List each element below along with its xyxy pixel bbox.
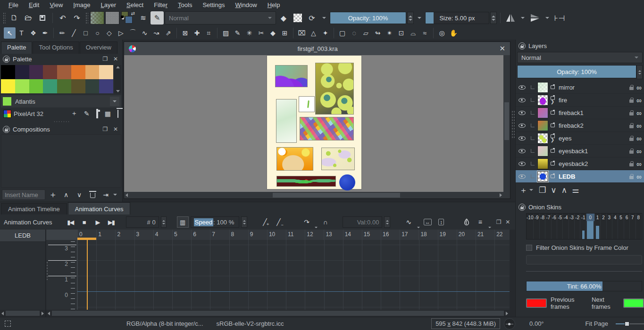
tab-palette[interactable]: Palette <box>1 41 32 54</box>
canvas-horizontal-scrollbar[interactable] <box>124 192 503 198</box>
select-shapes-tool[interactable]: ↖ <box>4 27 16 39</box>
tab-overview[interactable]: Overview <box>80 41 117 54</box>
chevron-down-icon[interactable] <box>488 227 491 228</box>
frame-number[interactable]: 9 <box>248 230 267 240</box>
frame-number[interactable]: 7 <box>210 230 229 240</box>
onion-frame-5[interactable]: 5 <box>618 214 624 239</box>
palette-scrollbar[interactable] <box>114 65 121 93</box>
visibility-cell[interactable] <box>516 174 528 179</box>
line-tool[interactable]: ╱ <box>68 27 80 39</box>
palette-swatch[interactable] <box>99 79 113 93</box>
move-tool[interactable]: ✚ <box>191 27 203 39</box>
visibility-cell[interactable] <box>516 162 528 166</box>
layer-row-fireback2[interactable]: fireback2∞ <box>516 119 644 132</box>
size-spinner[interactable] <box>490 12 497 24</box>
layer-lock-icon[interactable] <box>626 98 636 103</box>
onion-frame--1[interactable]: -1 <box>580 214 586 239</box>
layer-row-mirror[interactable]: mirror∞ <box>516 81 644 94</box>
visibility-cell[interactable] <box>516 149 528 153</box>
chevron-down-icon[interactable] <box>315 227 318 228</box>
edit-shapes-tool[interactable]: ❖ <box>27 27 39 39</box>
alpha-lock-icon[interactable]: ∞ <box>636 83 644 91</box>
size-slider[interactable]: Size: 5.00 px <box>425 12 489 24</box>
menu-layer[interactable]: Layer <box>96 1 121 9</box>
menu-filter[interactable]: Filter <box>149 1 172 9</box>
palette-swatch[interactable] <box>71 79 85 93</box>
alpha-lock-icon[interactable]: ∞ <box>636 173 644 181</box>
frame-number[interactable]: 17 <box>400 230 418 240</box>
close-docker-icon[interactable]: ✕ <box>504 219 511 225</box>
alpha-lock-icon[interactable]: ∞ <box>636 134 644 142</box>
visibility-cell[interactable] <box>516 124 528 128</box>
onion-frame--10[interactable]: -10 <box>527 214 534 239</box>
gradient-tool[interactable]: ▨ <box>220 27 232 39</box>
palette-swatch[interactable] <box>43 65 57 79</box>
onion-frame-1[interactable]: 1 <box>595 214 601 239</box>
freehand-brush-tool[interactable]: ✏ <box>56 27 68 39</box>
similar-select-tool[interactable]: ⊡ <box>395 27 407 39</box>
menu-help[interactable]: Help <box>263 1 285 9</box>
palette-group-row[interactable]: Atlantis <box>1 95 121 107</box>
alpha-lock-icon[interactable]: ∞ <box>636 122 644 130</box>
frame-number[interactable]: 12 <box>305 230 324 240</box>
frame-spinner[interactable] <box>161 216 167 228</box>
wrap-around-mode-icon[interactable]: ⊦⊣ <box>553 11 566 25</box>
duplicate-layer-icon[interactable]: ❐ <box>539 185 546 195</box>
close-docker-icon[interactable]: ✕ <box>112 126 119 132</box>
stop-icon[interactable]: ■ <box>78 216 90 228</box>
canvas[interactable] <box>124 55 510 198</box>
canvas-rotation-widget[interactable] <box>504 318 515 330</box>
polyline-tool[interactable]: ▷ <box>115 27 127 39</box>
blending-mode-combo[interactable]: Normal <box>165 11 276 25</box>
palette-swatch[interactable] <box>85 65 100 79</box>
onion-frame-4[interactable]: 4 <box>612 214 618 239</box>
polygon-select-tool[interactable]: ▱ <box>360 27 372 39</box>
brush-presets-icon[interactable]: ≋ <box>136 11 150 25</box>
opacity-spinner[interactable] <box>407 12 414 24</box>
menu-view[interactable]: View <box>45 1 67 9</box>
alpha-lock-icon[interactable]: ∞ <box>636 147 644 155</box>
undo-icon[interactable]: ↶ <box>56 11 69 25</box>
ellipse-tool[interactable]: ○ <box>92 27 103 39</box>
layer-lock-icon[interactable] <box>626 136 636 141</box>
onion-skin-frames-strip[interactable]: -10-9-8-7-6-5-4-3-2-1012345678 <box>526 213 642 239</box>
compositions-list[interactable] <box>1 134 121 188</box>
value-spinbox[interactable]: Val:0.00 <box>343 216 383 228</box>
pan-tool[interactable]: ✋ <box>448 27 460 39</box>
chevron-down-icon[interactable] <box>417 227 420 228</box>
palette-swatch[interactable] <box>43 79 57 93</box>
onion-frame-0[interactable]: 0 <box>586 214 595 239</box>
add-keyframe-icon[interactable]: ╱＋ <box>259 216 271 228</box>
layer-opacity-slider[interactable]: Opacity: 100% <box>517 65 636 78</box>
delete-composition-icon[interactable] <box>87 190 98 200</box>
previous-frames-color-button[interactable] <box>526 298 547 308</box>
next-frame-icon[interactable]: ▶▮ <box>105 216 117 228</box>
onion-frame--8[interactable]: -8 <box>540 214 545 239</box>
frame-number[interactable]: 5 <box>172 230 191 240</box>
visibility-cell[interactable] <box>516 85 528 90</box>
default-colors-icon[interactable] <box>121 16 125 20</box>
timeline-vertical-scrollbar[interactable] <box>510 230 515 317</box>
preserve-alpha-icon[interactable] <box>291 11 304 25</box>
onion-frame--3[interactable]: -3 <box>569 214 575 239</box>
brush-editor-button[interactable]: ✎ <box>151 11 164 25</box>
frame-number[interactable]: 2 <box>115 230 134 240</box>
zoom-slider[interactable] <box>616 321 644 327</box>
visibility-cell[interactable] <box>516 98 528 102</box>
open-document-icon[interactable]: 🗁︎ <box>22 11 35 25</box>
add-layer-icon[interactable]: ＋ <box>519 185 527 196</box>
alpha-lock-icon[interactable]: ∞ <box>636 96 644 104</box>
enclose-fill-tool[interactable]: ⊞ <box>279 27 291 39</box>
bezier-select-tool[interactable]: ⌓ <box>407 27 419 39</box>
lock-icon[interactable] <box>3 56 10 63</box>
bezier-curve-tool[interactable]: ⌒ <box>127 27 139 39</box>
palette-swatch[interactable] <box>1 65 15 79</box>
onion-skins-toggle-icon[interactable] <box>461 216 473 228</box>
onion-frame--9[interactable]: -9 <box>534 214 539 239</box>
float-docker-icon[interactable]: ❐ <box>495 219 502 225</box>
close-docker-icon[interactable]: ✕ <box>112 56 119 62</box>
tab-animation-curves[interactable]: Animation Curves <box>68 202 131 214</box>
chevron-down-icon[interactable] <box>418 17 421 19</box>
hold-curve-icon[interactable]: ∩ <box>319 216 331 228</box>
onion-frame-6[interactable]: 6 <box>624 214 630 239</box>
